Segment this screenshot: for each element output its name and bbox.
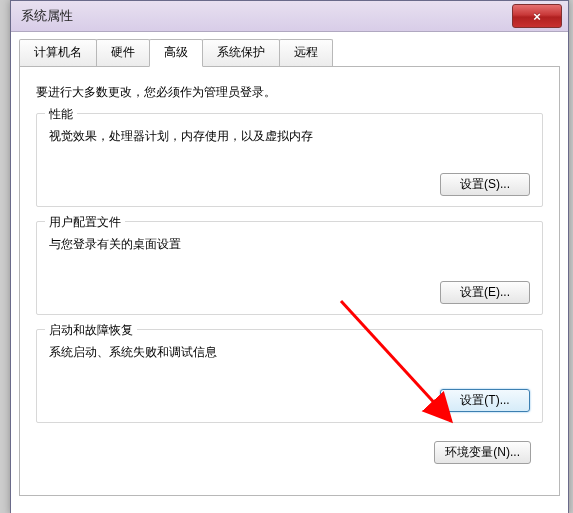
content-area: 计算机名 硬件 高级 系统保护 远程 要进行大多数更改，您必须作为管理员登录。 … [11,32,568,496]
tab-hardware[interactable]: 硬件 [96,39,150,66]
tab-computer-name[interactable]: 计算机名 [19,39,97,66]
performance-btn-row: 设置(S)... [49,173,530,196]
startup-desc: 系统启动、系统失败和调试信息 [49,344,530,361]
user-profile-btn-row: 设置(E)... [49,281,530,304]
close-icon: × [533,9,541,24]
intro-text: 要进行大多数更改，您必须作为管理员登录。 [36,84,543,101]
titlebar[interactable]: 系统属性 × [11,1,568,32]
tab-remote[interactable]: 远程 [279,39,333,66]
tab-advanced[interactable]: 高级 [149,39,203,67]
startup-btn-row: 设置(T)... [49,389,530,412]
environment-variables-button[interactable]: 环境变量(N)... [434,441,531,464]
tab-strip: 计算机名 硬件 高级 系统保护 远程 [19,39,560,67]
tab-body-advanced: 要进行大多数更改，您必须作为管理员登录。 性能 视觉效果，处理器计划，内存使用，… [19,66,560,496]
close-button[interactable]: × [512,4,562,28]
startup-title: 启动和故障恢复 [45,322,137,339]
system-properties-window: 系统属性 × 计算机名 硬件 高级 系统保护 远程 要进行大多数更改，您必须作为… [10,0,569,513]
tab-system-protection[interactable]: 系统保护 [202,39,280,66]
performance-desc: 视觉效果，处理器计划，内存使用，以及虚拟内存 [49,128,530,145]
performance-title: 性能 [45,106,77,123]
user-profile-desc: 与您登录有关的桌面设置 [49,236,530,253]
window-title: 系统属性 [21,7,73,25]
user-profile-title: 用户配置文件 [45,214,125,231]
performance-group: 性能 视觉效果，处理器计划，内存使用，以及虚拟内存 设置(S)... [36,113,543,207]
performance-settings-button[interactable]: 设置(S)... [440,173,530,196]
user-profile-group: 用户配置文件 与您登录有关的桌面设置 设置(E)... [36,221,543,315]
startup-recovery-group: 启动和故障恢复 系统启动、系统失败和调试信息 设置(T)... [36,329,543,423]
env-row: 环境变量(N)... [36,437,543,464]
user-profile-settings-button[interactable]: 设置(E)... [440,281,530,304]
startup-settings-button[interactable]: 设置(T)... [440,389,530,412]
